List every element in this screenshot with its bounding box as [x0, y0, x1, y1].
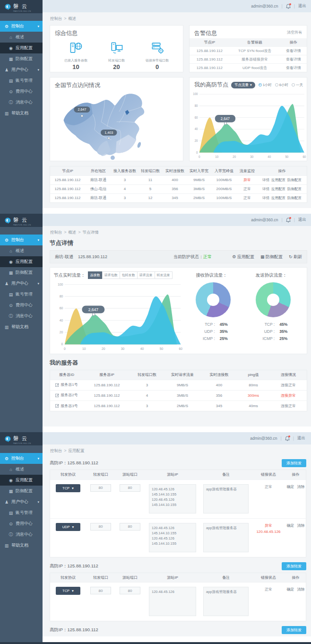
sidebar-item-message[interactable]: ⓘ消息中心: [0, 311, 43, 322]
server-globe-icon: [69, 41, 83, 54]
logout-button[interactable]: 退出: [297, 435, 305, 441]
source-port-input[interactable]: [120, 587, 140, 594]
tab-connections[interactable]: 连接数: [88, 271, 103, 279]
edit-icon[interactable]: [55, 393, 59, 397]
view-detail-link[interactable]: 查看详情: [280, 55, 307, 63]
table-row: 125.88.190.112服务器链接异常查看详情: [190, 55, 307, 63]
defense-config-link[interactable]: 防御配置: [287, 196, 302, 200]
forward-port-input[interactable]: [90, 484, 111, 492]
detail-link[interactable]: 详情: [262, 178, 269, 183]
clear-link[interactable]: 清除: [297, 587, 305, 592]
sidebar-item-account[interactable]: ▤账号管理: [0, 75, 43, 86]
note-textarea[interactable]: app游戏登陆服务器: [203, 523, 249, 552]
my-servers-title: 我的服务器: [50, 354, 307, 370]
range-6h[interactable]: 6小时: [275, 83, 288, 87]
sidebar-item-user-center[interactable]: ♟用户中心▾: [0, 278, 43, 289]
svg-text:60: 60: [302, 155, 306, 158]
edit-icon[interactable]: [55, 404, 59, 408]
sidebar-item-overview[interactable]: ⌂概述: [0, 32, 43, 43]
sidebar-item-help-doc[interactable]: ▥帮助文档: [0, 540, 43, 551]
sidebar-item-overview[interactable]: ⌂概述: [0, 245, 43, 256]
confirm-link[interactable]: 确定: [287, 587, 294, 592]
clear-link[interactable]: 清除: [297, 523, 305, 528]
sidebar-item-console[interactable]: ⚙控制台▾: [0, 453, 43, 464]
stat-forward-ports: 转发端口数 20: [108, 41, 125, 70]
radio-icon[interactable]: [259, 83, 262, 87]
clear-all-button[interactable]: 清空所有: [287, 30, 302, 35]
app-config-link[interactable]: 应用配置: [271, 178, 285, 183]
protocol-select[interactable]: TCP▾: [56, 484, 80, 492]
view-detail-link[interactable]: 查看详情: [280, 46, 307, 55]
sidebar-item-defense-config[interactable]: ▦防御配置: [0, 486, 43, 496]
bell-icon[interactable]: [285, 436, 290, 441]
status-badge: 异常: [237, 175, 257, 184]
tab-request-traffic[interactable]: 请求流量: [137, 271, 155, 279]
add-forward-button[interactable]: 添加转发: [282, 626, 306, 634]
note-textarea[interactable]: app游戏登陆服务器: [203, 484, 249, 513]
traffic-type-dropdown[interactable]: 节点流量▾: [231, 82, 255, 88]
sidebar-item-user-center[interactable]: ♟用户中心▾: [0, 64, 43, 75]
add-forward-button[interactable]: 添加转发: [282, 562, 306, 570]
logout-button[interactable]: 退出: [298, 217, 306, 223]
bell-icon[interactable]: [286, 218, 291, 223]
tab-forward-traffic[interactable]: 转发流量: [155, 271, 173, 279]
range-1d[interactable]: 一天: [292, 83, 303, 87]
protocol-select[interactable]: UDP▾: [56, 523, 80, 531]
brand-bubble-icon: [4, 435, 11, 443]
app-config-link[interactable]: 应用配置: [271, 196, 285, 200]
defense-config-link[interactable]: 防御配置: [287, 187, 302, 191]
bell-icon[interactable]: [286, 4, 291, 9]
source-port-input[interactable]: [120, 523, 140, 531]
refresh-action[interactable]: ↻ 刷新: [289, 254, 302, 260]
detail-link[interactable]: 详情: [262, 187, 269, 191]
note-textarea[interactable]: app游戏登陆服务器: [203, 587, 249, 616]
logout-button[interactable]: 退出: [298, 3, 306, 9]
radio-icon[interactable]: [275, 83, 278, 87]
sidebar-item-app-config[interactable]: ◉应用配置: [0, 475, 43, 486]
sidebar-item-app-config[interactable]: ◉应用配置: [0, 43, 43, 53]
tab-request-packets[interactable]: 请求包数: [102, 271, 120, 279]
svg-text:2,647: 2,647: [78, 107, 86, 112]
sidebar-item-billing[interactable]: ⊙费用中心: [0, 86, 43, 97]
radio-icon[interactable]: [292, 83, 295, 87]
range-1h[interactable]: 1小时: [259, 83, 272, 87]
link-status: 连接正常: [270, 380, 307, 390]
view-detail-link[interactable]: 查看详情: [280, 63, 307, 72]
app-config-action[interactable]: ⚙ 应用配置: [232, 254, 254, 260]
sidebar-item-message[interactable]: ⓘ消息中心: [0, 529, 43, 540]
app-config-link[interactable]: 应用配置: [271, 187, 285, 191]
source-ip-textarea[interactable]: 120.48.45.126: [149, 587, 196, 616]
sidebar-item-defense-config[interactable]: ▦防御配置: [0, 53, 43, 64]
clear-link[interactable]: 清除: [297, 484, 305, 489]
sidebar-item-account[interactable]: ▤账号管理: [0, 507, 43, 518]
svg-text:20: 20: [60, 331, 63, 334]
source-port-input[interactable]: [120, 484, 140, 492]
sidebar-item-console[interactable]: ⚙控制台▾: [0, 235, 43, 245]
sidebar-item-defense-config[interactable]: ▦防御配置: [0, 267, 43, 278]
tab-forward-packets[interactable]: 包转发数: [120, 271, 138, 279]
page-title: 节点详情: [50, 239, 307, 250]
sidebar-item-overview[interactable]: ⌂概述: [0, 464, 43, 475]
sidebar-item-app-config[interactable]: ◉应用配置: [0, 256, 43, 267]
defense-config-link[interactable]: 防御配置: [287, 178, 302, 183]
add-forward-button[interactable]: 添加转发: [282, 459, 306, 467]
source-ip-textarea[interactable]: 120.48.45.126 145.144.10.155 120.48.45.1…: [149, 484, 196, 513]
detail-link[interactable]: 详情: [262, 196, 269, 200]
sidebar-item-help-doc[interactable]: ▥帮助文档: [0, 322, 43, 332]
sidebar-item-console[interactable]: ⚙控制台▾: [0, 21, 43, 32]
sidebar-item-billing[interactable]: ⊙费用中心: [0, 518, 43, 529]
forward-port-input[interactable]: [90, 587, 111, 594]
confirm-link[interactable]: 确定: [287, 484, 294, 489]
sidebar-item-billing[interactable]: ⊙费用中心: [0, 300, 43, 311]
defense-config-action[interactable]: ▦ 防御配置: [260, 254, 283, 260]
sidebar-item-user-center[interactable]: ♟用户中心▾: [0, 496, 43, 507]
source-ip-textarea[interactable]: 120.48.45.126 145.144.10.155 120.48.45.1…: [149, 523, 196, 552]
forward-port-input[interactable]: [90, 523, 111, 531]
confirm-link[interactable]: 确定: [287, 523, 294, 528]
link-status: 正常: [251, 479, 285, 518]
sidebar-item-help-doc[interactable]: ▥帮助文档: [0, 108, 43, 119]
sidebar-item-account[interactable]: ▤账号管理: [0, 289, 43, 300]
edit-icon[interactable]: [55, 383, 59, 387]
protocol-select[interactable]: TCP▾: [56, 587, 80, 595]
sidebar-item-message[interactable]: ⓘ消息中心: [0, 97, 43, 108]
